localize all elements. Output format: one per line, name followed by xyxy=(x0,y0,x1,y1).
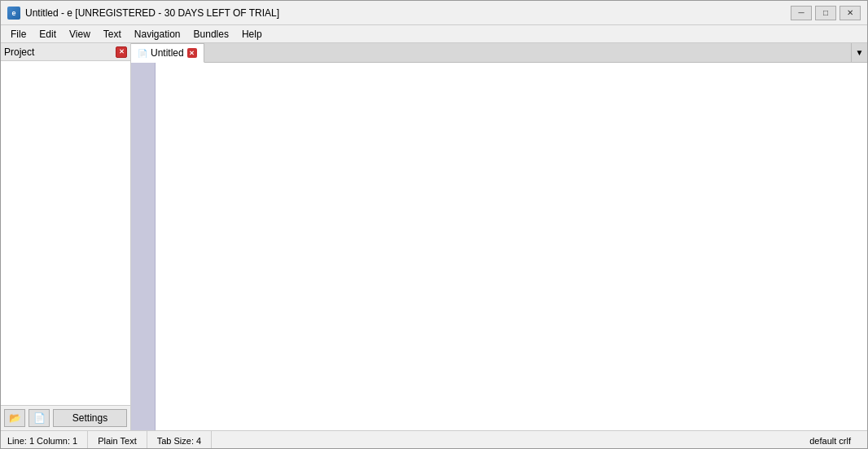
new-file-icon: 📄 xyxy=(33,412,46,424)
open-folder-button[interactable]: 📂 xyxy=(4,409,25,427)
settings-button[interactable]: Settings xyxy=(53,409,127,427)
title-text: Untitled - e [UNREGISTERED - 30 DAYS LEF… xyxy=(25,7,279,19)
editor-area: 📄 Untitled ✕ ▼ xyxy=(131,43,867,430)
title-bar-controls: ─ □ ✕ xyxy=(791,6,861,20)
tab-dropdown-icon: ▼ xyxy=(856,48,864,57)
sidebar-panel: Project ✕ 📂 📄 Settings xyxy=(1,43,131,430)
menu-edit[interactable]: Edit xyxy=(33,25,63,42)
sidebar-buttons: 📂 📄 Settings xyxy=(1,405,130,430)
tab-bar: 📄 Untitled ✕ ▼ xyxy=(131,43,867,63)
menu-bar: File Edit View Text Navigation Bundles H… xyxy=(1,25,867,43)
sidebar-panel-title: Project xyxy=(4,46,34,58)
title-bar-left: e Untitled - e [UNREGISTERED - 30 DAYS L… xyxy=(7,7,279,20)
status-tab-size: Tab Size: 4 xyxy=(157,431,212,449)
minimize-button[interactable]: ─ xyxy=(791,6,812,20)
editor-content xyxy=(131,63,867,430)
sidebar-header: Project ✕ xyxy=(1,43,130,61)
active-tab[interactable]: 📄 Untitled ✕ xyxy=(131,43,204,63)
menu-bundles[interactable]: Bundles xyxy=(187,25,235,42)
menu-help[interactable]: Help xyxy=(235,25,269,42)
line-numbers-gutter xyxy=(131,63,156,430)
editor-text-area[interactable] xyxy=(156,63,867,430)
status-line-col: Line: 1 Column: 1 xyxy=(7,431,88,449)
status-file-type: Plain Text xyxy=(98,431,147,449)
app-icon: e xyxy=(7,7,20,20)
menu-text[interactable]: Text xyxy=(97,25,128,42)
status-bar: Line: 1 Column: 1 Plain Text Tab Size: 4… xyxy=(1,430,867,449)
close-button[interactable]: ✕ xyxy=(840,6,861,20)
main-layout: Project ✕ 📂 📄 Settings 📄 Untitle xyxy=(1,43,867,430)
title-bar: e Untitled - e [UNREGISTERED - 30 DAYS L… xyxy=(1,1,867,25)
tab-label: Untitled xyxy=(151,47,184,59)
sidebar-close-button[interactable]: ✕ xyxy=(116,46,127,58)
new-file-button[interactable]: 📄 xyxy=(28,409,50,427)
tab-dropdown-button[interactable]: ▼ xyxy=(851,43,867,62)
open-folder-icon: 📂 xyxy=(9,412,21,424)
maximize-button[interactable]: □ xyxy=(815,6,836,20)
menu-file[interactable]: File xyxy=(4,25,33,42)
tab-file-icon: 📄 xyxy=(138,49,147,58)
sidebar-content xyxy=(1,61,130,405)
menu-navigation[interactable]: Navigation xyxy=(128,25,187,42)
tab-close-button[interactable]: ✕ xyxy=(187,48,197,58)
status-line-ending: default crlf xyxy=(809,431,861,449)
menu-view[interactable]: View xyxy=(63,25,97,42)
tab-bar-left: 📄 Untitled ✕ xyxy=(131,43,851,62)
